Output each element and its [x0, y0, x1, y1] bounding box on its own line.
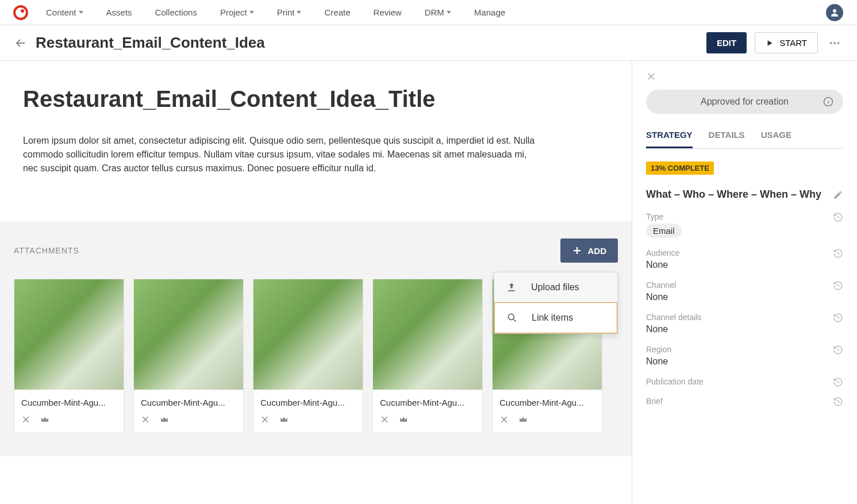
svg-point-0	[14, 6, 27, 19]
link-items-label: Link items	[532, 313, 573, 323]
chevron-down-icon	[249, 11, 254, 14]
attachment-card[interactable]: Cucumber-Mint-Agu...	[14, 279, 124, 433]
nav-create[interactable]: Create	[324, 7, 350, 17]
edit-button[interactable]: EDIT	[706, 32, 747, 53]
field-type: TypeEmail	[646, 212, 843, 238]
field-publication-date: Publication date	[646, 377, 843, 386]
remove-attachment-button[interactable]	[141, 415, 150, 424]
field-brief: Brief	[646, 397, 843, 406]
nav-drm[interactable]: DRM	[425, 7, 451, 17]
start-button[interactable]: START	[755, 32, 818, 53]
dropdown-upload-files[interactable]: Upload files	[494, 272, 617, 302]
attachment-thumbnail	[134, 279, 243, 390]
svg-point-2	[833, 9, 836, 13]
nav-review[interactable]: Review	[374, 7, 402, 17]
attachment-filename: Cucumber-Mint-Agu...	[253, 390, 363, 410]
tab-details[interactable]: DETAILS	[709, 130, 745, 148]
history-icon[interactable]	[833, 248, 843, 259]
title-bar: Restaurant_Email_Content_Idea EDIT START	[0, 25, 857, 61]
field-value: None	[646, 356, 843, 367]
history-icon[interactable]	[833, 313, 843, 323]
chevron-down-icon	[79, 11, 83, 14]
crown-icon[interactable]	[398, 414, 409, 425]
tab-strategy[interactable]: STRATEGY	[646, 130, 693, 148]
nav-content[interactable]: Content	[46, 7, 83, 17]
chevron-down-icon	[447, 11, 451, 14]
attachment-thumbnail	[14, 279, 124, 390]
remove-attachment-button[interactable]	[21, 415, 30, 424]
nav-print[interactable]: Print	[277, 7, 302, 17]
add-label: ADD	[588, 246, 607, 256]
field-label: Region	[646, 345, 843, 354]
attachment-thumbnail	[373, 279, 482, 390]
attachments-section: ATTACHMENTS ADD Cucumber-Mint-Agu... Cuc…	[0, 221, 632, 456]
field-channel: ChannelNone	[646, 280, 843, 302]
chevron-down-icon	[297, 11, 301, 14]
svg-point-4	[833, 42, 836, 44]
field-channel-details: Channel detailsNone	[646, 313, 843, 334]
edit-section-button[interactable]	[833, 190, 843, 200]
add-attachment-button[interactable]: ADD	[560, 238, 618, 263]
nav-collections[interactable]: Collections	[155, 7, 197, 17]
upload-icon	[506, 282, 517, 293]
dropdown-link-items[interactable]: Link items	[494, 302, 617, 333]
field-label: Channel details	[646, 313, 843, 322]
attachment-card[interactable]: Cucumber-Mint-Agu...	[253, 279, 363, 433]
app-logo[interactable]	[9, 5, 32, 21]
crown-icon[interactable]	[40, 414, 50, 425]
plus-icon	[572, 245, 582, 256]
remove-attachment-button[interactable]	[260, 415, 270, 424]
remove-attachment-button[interactable]	[380, 415, 389, 424]
field-value: Email	[646, 224, 682, 238]
field-region: RegionNone	[646, 345, 843, 367]
attachments-label: ATTACHMENTS	[14, 246, 79, 255]
upload-label: Upload files	[531, 282, 579, 293]
back-arrow-icon[interactable]	[14, 36, 28, 50]
nav-manage[interactable]: Manage	[474, 7, 505, 17]
svg-point-3	[830, 42, 832, 44]
status-text: Approved for creation	[701, 97, 789, 107]
field-label: Type	[646, 212, 843, 221]
attachment-thumbnail	[253, 279, 363, 390]
main-panel: Restaurant_Email_Content_Idea_Title Lore…	[0, 61, 632, 504]
nav-project[interactable]: Project	[220, 7, 254, 17]
more-button[interactable]	[826, 34, 843, 52]
add-dropdown: Upload files Link items	[494, 272, 618, 334]
info-icon[interactable]	[823, 96, 834, 107]
svg-point-6	[508, 314, 514, 320]
field-value: None	[646, 292, 843, 302]
field-label: Channel	[646, 280, 843, 290]
attachment-filename: Cucumber-Mint-Agu...	[493, 390, 602, 410]
tab-usage[interactable]: USAGE	[761, 130, 791, 148]
field-label: Publication date	[646, 377, 843, 386]
attachment-card[interactable]: Cucumber-Mint-Agu...	[372, 279, 483, 433]
page-title: Restaurant_Email_Content_Idea	[36, 34, 706, 52]
status-pill[interactable]: Approved for creation	[646, 90, 843, 114]
field-value: None	[646, 324, 843, 334]
crown-icon[interactable]	[518, 414, 528, 425]
strategy-section-title: What – Who – Where – When – Why	[646, 188, 833, 201]
history-icon[interactable]	[833, 212, 843, 222]
history-icon[interactable]	[833, 280, 843, 291]
svg-point-1	[21, 9, 24, 13]
side-panel: Approved for creation STRATEGYDETAILSUSA…	[632, 61, 857, 504]
field-label: Brief	[646, 397, 843, 406]
completion-badge: 13% COMPLETE	[646, 161, 714, 175]
attachment-filename: Cucumber-Mint-Agu...	[134, 390, 243, 410]
attachment-card[interactable]: Cucumber-Mint-Agu...	[133, 279, 244, 433]
top-nav: ContentAssetsCollectionsProjectPrintCrea…	[0, 0, 857, 25]
crown-icon[interactable]	[279, 414, 289, 425]
history-icon[interactable]	[833, 345, 843, 355]
history-icon[interactable]	[833, 377, 843, 387]
history-icon[interactable]	[833, 397, 843, 407]
document-body: Lorem ipsum dolor sit amet, consectetur …	[23, 134, 540, 175]
field-audience: AudienceNone	[646, 248, 843, 270]
close-panel-button[interactable]	[646, 71, 843, 82]
nav-assets[interactable]: Assets	[106, 7, 132, 17]
remove-attachment-button[interactable]	[499, 415, 509, 424]
field-label: Audience	[646, 248, 843, 257]
user-avatar[interactable]	[826, 4, 843, 21]
crown-icon[interactable]	[159, 414, 170, 425]
attachment-filename: Cucumber-Mint-Agu...	[14, 390, 124, 410]
svg-point-5	[837, 42, 840, 44]
